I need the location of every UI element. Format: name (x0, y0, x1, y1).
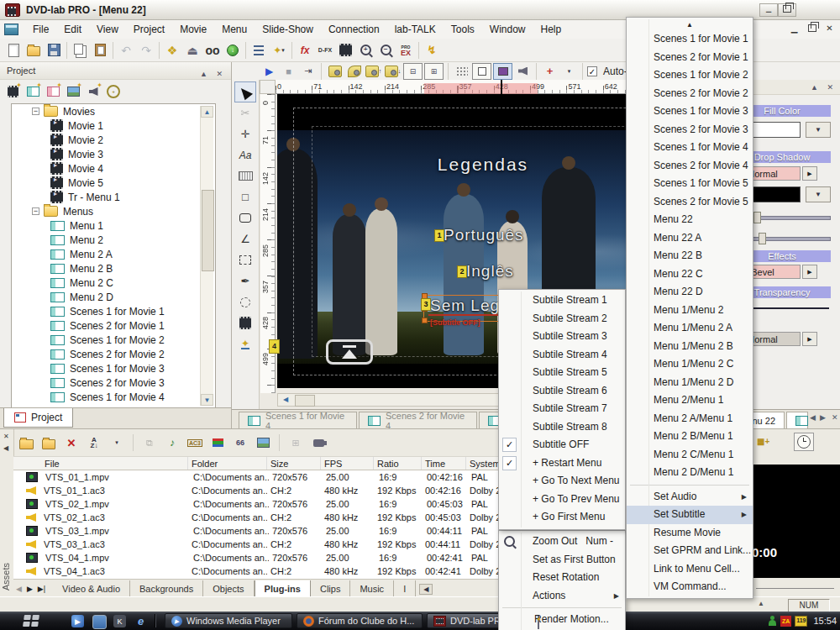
tab-project[interactable]: Project (3, 408, 73, 428)
tab-scenes-2-for-movie-4[interactable]: Scenes 2 for Movie 4 (359, 412, 477, 429)
scrollbar-thumb[interactable] (202, 190, 214, 271)
add-movie-button[interactable]: ✦ (5, 85, 20, 98)
move-tool[interactable]: ✛ (234, 123, 256, 144)
assets-tab[interactable]: Objects (203, 580, 254, 598)
taskbar-wmp-button[interactable]: ▶ Windows Media Player (165, 613, 292, 628)
link-menu-item[interactable]: Scenes 2 for Movie 3 (627, 121, 753, 139)
open-asset-button[interactable] (39, 434, 58, 451)
link-menu-item[interactable]: Menu 2 C/Menu 1 (627, 446, 753, 465)
tree-item[interactable]: −Scenes 1 for Movie 3 (12, 361, 215, 375)
collapse-panel-icon[interactable]: ▲ (200, 66, 207, 83)
link-menu-item[interactable]: Menu 22 A (627, 229, 753, 248)
connections-button[interactable]: ❖ (162, 41, 182, 60)
dfx-button[interactable]: D-FX (315, 41, 335, 60)
import-asset-button[interactable] (17, 434, 35, 451)
snap-button[interactable] (472, 63, 491, 80)
subtitle-nav-item[interactable]: + Go To Next Menu (499, 472, 625, 491)
frame-tool[interactable] (234, 312, 256, 333)
slider-handle[interactable] (759, 233, 766, 244)
add-audio-button[interactable]: ✦ (86, 85, 101, 98)
duration-button[interactable] (794, 433, 814, 451)
add-vts-button[interactable]: + (106, 85, 121, 98)
preview-seek-slider[interactable] (756, 588, 834, 589)
link-menu-item[interactable]: Menu 1/Menu 2 C (627, 355, 753, 374)
subtitle-stream-item[interactable]: Subtile Stream 8 (499, 418, 625, 437)
transparency-mode-arrow[interactable]: ▶ (802, 332, 817, 346)
menu-item-set-as-first-button[interactable]: Set as First Button (499, 551, 625, 570)
menubar-item[interactable]: Menu (214, 20, 255, 39)
menubar-item[interactable]: Edit (56, 20, 89, 39)
grid-view-button[interactable]: ⊞ (286, 434, 305, 451)
link-menu-item[interactable]: Menu 1/Menu 2 A (627, 319, 753, 338)
add-slideshow-button[interactable]: ✦ (66, 85, 81, 98)
tree-item[interactable]: −Menu 2 B (12, 261, 215, 276)
cut-tool[interactable]: ✂ (234, 102, 256, 123)
scroll-left-icon[interactable]: ◀ (280, 395, 291, 405)
wizard-button[interactable]: ✦▾ (269, 41, 289, 60)
menubar-item[interactable]: Tools (444, 20, 482, 39)
sort-button[interactable]: AZ↓ (85, 434, 103, 451)
first-tab-icon[interactable]: ◀ (16, 585, 22, 593)
close-panel-icon[interactable]: ✕ (216, 66, 223, 83)
rounded-rectangle-tool[interactable] (234, 207, 256, 228)
link-menu-item[interactable]: Scenes 2 for Movie 5 (627, 193, 753, 212)
subtitle-stream-item[interactable]: Subtile Stream 4 (499, 346, 625, 365)
select-tool[interactable] (234, 81, 256, 102)
menubar-item[interactable]: Connection (321, 20, 387, 39)
tree-item[interactable]: −Scenes 1 for Movie 2 (12, 333, 215, 347)
shadow-color-dropdown[interactable]: ▼ (806, 186, 831, 202)
subtitle-stream-item[interactable]: Subtile Stream 3 (499, 328, 625, 346)
menubar-item[interactable]: Movie (172, 20, 214, 39)
add-menu-button[interactable]: ✦ (25, 85, 40, 98)
menubar-item[interactable]: Help (533, 20, 570, 39)
scroll-up-icon[interactable]: ▲ (201, 106, 213, 118)
save-button[interactable] (44, 41, 64, 60)
mdi-close-icon[interactable]: ✕ (822, 22, 837, 35)
slider-handle[interactable] (753, 212, 761, 223)
menu-item-set-gprm-and-link[interactable]: Set GPRM and Link... (627, 542, 753, 560)
delete-asset-button[interactable]: ✕ (62, 434, 81, 451)
link-menu-item[interactable]: Scenes 1 for Movie 5 (627, 175, 753, 193)
tab-close-icon[interactable]: ✕ (832, 413, 838, 422)
start-button[interactable] (23, 615, 56, 627)
link-menu-item[interactable]: Menu 22 C (627, 265, 753, 284)
tree-item[interactable]: −Movie 5 (12, 176, 215, 190)
fx-button[interactable]: fx (295, 41, 315, 60)
button-down-button[interactable]: ↓ (384, 64, 402, 79)
link-menu-item[interactable]: Scenes 2 for Movie 2 (627, 85, 753, 103)
menu-item-vm-command[interactable]: VM Command... (627, 578, 753, 596)
find-button[interactable]: oo (202, 41, 223, 60)
menubar-item[interactable]: View (89, 20, 126, 39)
tab-scroll-right-icon[interactable]: ▶ (820, 413, 826, 422)
link-menu-item[interactable]: Menu 1/Menu 2 (627, 302, 753, 320)
color-adjust-button[interactable] (208, 434, 227, 451)
sort-dropdown-icon[interactable]: ▾ (108, 434, 126, 451)
link-menu-item[interactable]: Scenes 1 for Movie 4 (627, 139, 753, 157)
link-menu-item[interactable]: Menu 2 B/Menu 1 (627, 428, 753, 446)
quick-launch-app-icon[interactable]: K (113, 615, 126, 627)
menubar-item[interactable]: lab-TALK (387, 20, 444, 39)
stop-preview-button[interactable]: ■ (280, 64, 297, 79)
subtitle-stream-item[interactable]: Subtile Stream 7 (499, 400, 625, 418)
link-menu-item[interactable]: Menu 2/Menu 1 (627, 391, 753, 410)
link-menu-item[interactable]: Scenes 2 for Movie 4 (627, 157, 753, 176)
assets-tab[interactable]: Backgrounds (130, 580, 203, 598)
measure-tool[interactable]: ∠ (234, 228, 256, 249)
menu-button-ingles[interactable]: Inglês (466, 262, 514, 281)
menu-item-reset-rotation[interactable]: Reset Rotation (499, 569, 625, 587)
menu-item-subtitle-off[interactable]: ✓ Subtitle OFF (499, 436, 625, 454)
extract-audio-button[interactable]: ♪ (163, 434, 181, 451)
add-vmg-menu-button[interactable]: ✦ (45, 85, 60, 98)
marquee-tool[interactable] (234, 249, 256, 270)
quick-launch-wmp-icon[interactable]: ▶ (71, 615, 84, 627)
menu-item-restart-menu[interactable]: ✓ + Restart Menu (499, 454, 625, 473)
tree-expander-icon[interactable]: − (32, 207, 39, 215)
button-routing-button[interactable] (493, 63, 512, 80)
compile-button[interactable]: ⏏ (182, 41, 202, 60)
messenger-tray-icon[interactable] (768, 616, 777, 626)
subtitle-nav-item[interactable]: + Go First Menu (499, 508, 625, 527)
scrollbar-thumb[interactable] (295, 395, 315, 407)
tree-item[interactable]: −Scenes 2 for Movie 1 (12, 318, 215, 333)
thumbnail-button[interactable] (254, 434, 272, 451)
rectangle-tool[interactable]: □ (234, 186, 256, 207)
